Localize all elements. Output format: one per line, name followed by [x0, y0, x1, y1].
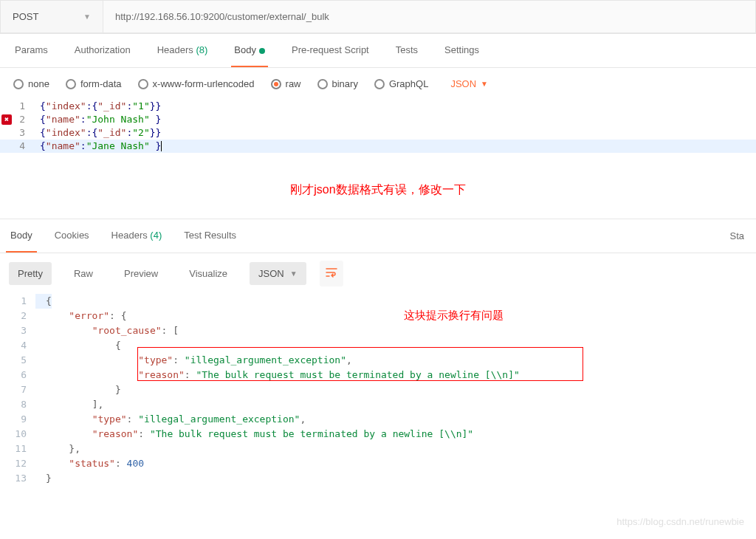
- response-tabs: BodyCookiesHeaders (4)Test ResultsSta: [0, 219, 756, 253]
- radio-icon: [317, 79, 328, 89]
- editor-line[interactable]: 2✖{"name":"John Nash" }: [0, 113, 756, 126]
- response-line[interactable]: 10 "reason": "The bulk request must be t…: [0, 427, 756, 442]
- response-line[interactable]: 3 "root_cause": [: [0, 323, 756, 338]
- tab-params[interactable]: Params: [12, 34, 51, 67]
- response-status-label: Sta: [729, 230, 750, 241]
- response-line-number: 3: [0, 323, 35, 338]
- response-line[interactable]: 4 {: [0, 338, 756, 353]
- body-option-x-www-form-urlencoded[interactable]: x-www-form-urlencoded: [138, 78, 255, 89]
- body-option-GraphQL[interactable]: GraphQL: [374, 78, 428, 89]
- response-line-number: 11: [0, 442, 35, 456]
- radio-icon: [138, 79, 148, 89]
- response-code-content: "root_cause": [: [35, 323, 179, 338]
- code-content: {"index":{"_id":"1"}}: [31, 100, 161, 113]
- tab-body[interactable]: Body: [231, 34, 268, 67]
- tab-pre-request-script[interactable]: Pre-request Script: [289, 34, 372, 67]
- response-line[interactable]: 12 "status": 400: [0, 456, 756, 471]
- watermark: https://blog.csdn.net/runewbie: [616, 516, 744, 527]
- response-code-content: "status": 400: [35, 456, 144, 471]
- content-type-select[interactable]: JSON▼: [450, 78, 488, 89]
- resp-view-preview[interactable]: Preview: [115, 262, 167, 285]
- resp-tab-body[interactable]: Body: [6, 219, 37, 253]
- annotation-text: 刚才json数据格式有误，修改一下: [0, 153, 756, 219]
- code-content: {"name":"John Nash" }: [31, 113, 161, 126]
- response-line[interactable]: 8 ],: [0, 397, 756, 412]
- body-option-label: none: [28, 78, 49, 89]
- body-option-label: x-www-form-urlencoded: [153, 78, 255, 89]
- chevron-down-icon: ▼: [481, 80, 488, 88]
- body-option-label: binary: [332, 78, 358, 89]
- content-type-label: JSON: [450, 78, 476, 89]
- response-code-content: "reason": "The bulk request must be term…: [35, 427, 473, 442]
- body-type-options: noneform-datax-www-form-urlencodedrawbin…: [0, 68, 756, 100]
- resp-view-visualize[interactable]: Visualize: [180, 262, 236, 285]
- response-line[interactable]: 5 "type": "illegal_argument_exception",: [0, 353, 756, 368]
- radio-icon: [271, 79, 281, 89]
- code-content: {"index":{"_id":"2"}}: [31, 126, 161, 140]
- tab-authorization[interactable]: Authorization: [72, 34, 134, 67]
- response-line-number: 8: [0, 397, 35, 412]
- response-line-number: 6: [0, 368, 35, 382]
- response-line-number: 13: [0, 471, 35, 486]
- line-gutter: 4: [0, 140, 31, 153]
- response-toolbar: PrettyRawPreviewVisualizeJSON▼: [0, 253, 756, 294]
- tab-badge: (8): [193, 44, 208, 55]
- editor-line[interactable]: 3{"index":{"_id":"2"}}: [0, 126, 756, 140]
- response-code-content: "type": "illegal_argument_exception",: [35, 353, 352, 368]
- response-code-content: "reason": "The bulk request must be term…: [35, 368, 520, 382]
- line-gutter: 1: [0, 100, 31, 113]
- response-code-content: {: [35, 338, 121, 353]
- response-line[interactable]: 11 },: [0, 442, 756, 456]
- resp-view-raw[interactable]: Raw: [65, 262, 102, 285]
- response-format-label: JSON: [258, 268, 284, 279]
- response-code-content: "error": {: [35, 309, 127, 323]
- line-gutter: 2✖: [0, 113, 31, 126]
- resp-tab-test-results[interactable]: Test Results: [179, 219, 241, 253]
- tab-tests[interactable]: Tests: [393, 34, 421, 67]
- response-line-number: 10: [0, 427, 35, 442]
- response-body[interactable]: 这块提示换行有问题 1{2 "error": {3 "root_cause": …: [0, 294, 756, 486]
- response-line[interactable]: 9 "type": "illegal_argument_exception",: [0, 412, 756, 427]
- resp-tab-badge: (4): [148, 230, 162, 241]
- response-line[interactable]: 13}: [0, 471, 756, 486]
- resp-tab-cookies[interactable]: Cookies: [50, 219, 94, 253]
- response-line-number: 1: [0, 294, 35, 309]
- response-code-content: "type": "illegal_argument_exception",: [35, 412, 306, 427]
- resp-tab-headers[interactable]: Headers (4): [107, 219, 167, 253]
- response-code-content: }: [35, 471, 52, 486]
- annotation-label: 这块提示换行有问题: [404, 309, 504, 323]
- response-line[interactable]: 6 "reason": "The bulk request must be te…: [0, 368, 756, 382]
- response-code-content: {: [35, 294, 52, 309]
- tab-headers[interactable]: Headers (8): [154, 34, 211, 67]
- http-method-label: POST: [13, 11, 38, 22]
- http-method-select[interactable]: POST ▼: [0, 0, 103, 33]
- modified-dot-icon: [259, 48, 265, 54]
- body-option-none[interactable]: none: [13, 78, 49, 89]
- response-line-number: 4: [0, 338, 35, 353]
- radio-icon: [66, 79, 76, 89]
- response-line[interactable]: 2 "error": {: [0, 309, 756, 323]
- chevron-down-icon: ▼: [290, 270, 298, 278]
- body-option-label: form-data: [80, 78, 122, 89]
- resp-view-pretty[interactable]: Pretty: [9, 262, 52, 285]
- response-line-number: 12: [0, 456, 35, 471]
- response-line-number: 7: [0, 382, 35, 397]
- request-body-editor[interactable]: 1{"index":{"_id":"1"}}2✖{"name":"John Na…: [0, 100, 756, 153]
- error-icon: ✖: [1, 114, 12, 125]
- tab-settings[interactable]: Settings: [441, 34, 482, 67]
- response-line-number: 9: [0, 412, 35, 427]
- editor-line[interactable]: 4{"name":"Jane Nash" }: [0, 140, 756, 153]
- response-line[interactable]: 7 }: [0, 382, 756, 397]
- url-input[interactable]: [103, 0, 756, 33]
- response-line[interactable]: 1{: [0, 294, 756, 309]
- response-format-select[interactable]: JSON▼: [250, 262, 306, 285]
- editor-line[interactable]: 1{"index":{"_id":"1"}}: [0, 100, 756, 113]
- body-option-form-data[interactable]: form-data: [66, 78, 122, 89]
- radio-icon: [13, 79, 24, 89]
- body-option-raw[interactable]: raw: [271, 78, 301, 89]
- response-code-content: }: [35, 382, 121, 397]
- response-line-number: 5: [0, 353, 35, 368]
- body-option-binary[interactable]: binary: [317, 78, 358, 89]
- line-gutter: 3: [0, 126, 31, 140]
- wrap-lines-icon[interactable]: [320, 261, 343, 286]
